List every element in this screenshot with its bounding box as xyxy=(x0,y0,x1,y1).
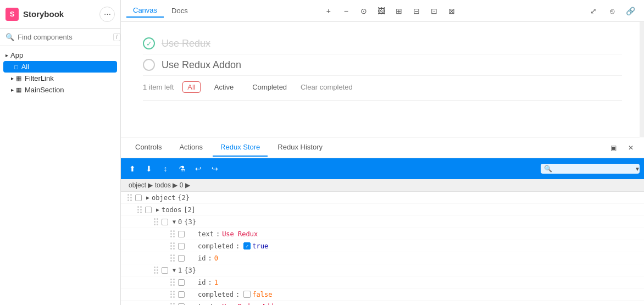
tree-key: text xyxy=(189,230,214,238)
addon-tab-actions: ▣ ✕ xyxy=(607,141,637,154)
zoom-in-button[interactable]: + xyxy=(321,3,336,19)
undo-button[interactable]: ↩ xyxy=(191,162,206,176)
tab-redux-store[interactable]: Redux Store xyxy=(213,138,268,157)
chevron-icon: ▸ xyxy=(5,52,8,58)
items-left-label: 1 item left xyxy=(143,83,174,91)
tree-row-1: ▼ 1 {3} xyxy=(121,264,644,276)
copy-link-button[interactable]: 🔗 xyxy=(623,3,639,19)
tree-content: ▶ object {2} ▶ todos [2] xyxy=(121,192,644,305)
grid1-button[interactable]: ⊞ xyxy=(391,3,407,19)
tree-value-bool: true xyxy=(252,242,268,250)
tree-row-checkbox[interactable] xyxy=(178,243,185,249)
canvas-scrollbar[interactable] xyxy=(640,22,644,137)
fullscreen-button[interactable]: ⤢ xyxy=(586,3,601,19)
grid2-button[interactable]: ⊟ xyxy=(409,3,424,19)
drag-handle xyxy=(170,303,175,305)
main-toolbar: Canvas Docs + − ⊙ 🖼 ⊞ ⊟ ⊡ ⊠ ⤢ ⎋ 🔗 xyxy=(121,0,644,22)
todo-footer: 1 item left All Active Completed Clear c… xyxy=(143,76,622,98)
toolbar-right: ⤢ ⎋ 🔗 xyxy=(586,3,639,19)
filter-button[interactable]: ⚗ xyxy=(175,162,189,176)
todo-text-use-redux-addon: Use Redux Addon xyxy=(162,59,241,71)
redux-store-panel: ⬆ ⬇ ↕ ⚗ ↩ ↪ 🔍 ▼ object ▶ todos ▶ 0 ▶ xyxy=(121,158,644,305)
tree-colon: : xyxy=(208,279,212,286)
search-dropdown-icon[interactable]: ▼ xyxy=(635,166,640,172)
tree-colon: : xyxy=(208,254,212,262)
sidebar-item-filterlink[interactable]: ▸ ▦ FilterLink xyxy=(0,73,120,84)
redux-search-bar: 🔍 ▼ xyxy=(541,164,640,174)
tree-row-completed-0: completed : ✓ true xyxy=(121,240,644,252)
tab-redux-history[interactable]: Redux History xyxy=(270,138,330,157)
breadcrumb: object ▶ todos ▶ 0 ▶ xyxy=(121,179,644,192)
tree-row-text-use-redux-addon: text : Use Redux Addon xyxy=(121,301,644,305)
tree-row-checkbox[interactable] xyxy=(178,291,185,298)
sidebar-item-label: All xyxy=(21,63,29,71)
tab-controls[interactable]: Controls xyxy=(127,138,169,157)
redux-search-input[interactable] xyxy=(552,165,635,173)
tree-row-checkbox[interactable] xyxy=(178,231,185,237)
sidebar-item-app[interactable]: ▸ App xyxy=(0,49,120,61)
tree-row-todos: ▶ todos [2] xyxy=(121,204,644,216)
sidebar-item-mainsection[interactable]: ▸ ▦ MainSection xyxy=(0,84,120,96)
tree-key: id xyxy=(189,279,206,286)
background-button[interactable]: 🖼 xyxy=(374,3,389,19)
bool-checkbox-checked: ✓ xyxy=(243,242,251,249)
expand-icon[interactable]: ▼ xyxy=(173,219,176,225)
toolbar-icons: + − ⊙ 🖼 ⊞ ⊟ ⊡ ⊠ xyxy=(321,3,459,19)
clear-completed-button[interactable]: Clear completed xyxy=(301,83,353,91)
sidebar-menu-button[interactable]: ⋯ xyxy=(99,7,115,22)
drag-handle xyxy=(154,267,158,274)
close-panel-button[interactable]: ✕ xyxy=(624,141,637,154)
sidebar-title: Storybook xyxy=(23,9,64,19)
sort-button[interactable]: ↕ xyxy=(158,162,173,176)
logo-area: S Storybook xyxy=(5,8,64,21)
tree-row-checkbox[interactable] xyxy=(162,267,168,274)
expand-all-button[interactable]: ⬇ xyxy=(142,162,156,176)
tree-colon: : xyxy=(236,291,240,298)
search-input[interactable] xyxy=(18,33,110,41)
split-view-button[interactable]: ▣ xyxy=(607,141,620,154)
addon-panel-tabs: Controls Actions Redux Store Redux Histo… xyxy=(121,137,644,158)
sidebar-item-label: MainSection xyxy=(25,86,64,94)
redo-button[interactable]: ↪ xyxy=(208,162,222,176)
chevron-icon: ▸ xyxy=(11,87,14,93)
collapse-all-button[interactable]: ⬆ xyxy=(125,162,140,176)
open-new-button[interactable]: ⎋ xyxy=(604,3,620,19)
logo-icon: S xyxy=(5,8,19,21)
search-shortcut: / xyxy=(113,33,120,41)
tree-row-id-1: id : 1 xyxy=(121,276,644,289)
canvas-content: ✓ Use Redux Use Redux Addon 1 item left … xyxy=(121,22,644,137)
expand-icon[interactable]: ▶ xyxy=(146,195,149,201)
search-bar: 🔍 / xyxy=(0,29,120,46)
filter-active-button[interactable]: Active xyxy=(209,81,238,93)
tree-value-number: 0 xyxy=(214,254,218,262)
zoom-out-button[interactable]: − xyxy=(338,3,354,19)
sidebar-item-all[interactable]: □ All xyxy=(3,61,117,73)
grid3-button[interactable]: ⊡ xyxy=(426,3,442,19)
filter-completed-button[interactable]: Completed xyxy=(247,81,292,93)
tree-row-checkbox[interactable] xyxy=(135,195,142,201)
sidebar-item-label: FilterLink xyxy=(25,74,54,82)
sidebar: S Storybook ⋯ 🔍 / ▸ App □ All ▸ ▦ Filter… xyxy=(0,0,121,305)
tree-bracket: [2] xyxy=(184,206,196,214)
tab-actions[interactable]: Actions xyxy=(171,138,210,157)
grid4-button[interactable]: ⊠ xyxy=(444,3,459,19)
tree-row-checkbox[interactable] xyxy=(178,303,185,306)
tree-row-checkbox[interactable] xyxy=(178,279,185,286)
expand-icon[interactable]: ▼ xyxy=(173,267,176,273)
todo-checkbox-done[interactable]: ✓ xyxy=(143,37,155,49)
search-icon: 🔍 xyxy=(544,165,552,173)
drag-handle xyxy=(170,291,175,298)
tree-value-string: Use Redux xyxy=(222,230,258,238)
tree-row-id-0: id : 0 xyxy=(121,252,644,264)
tree-row-checkbox[interactable] xyxy=(145,207,152,213)
component-icon: □ xyxy=(14,64,18,70)
tab-canvas[interactable]: Canvas xyxy=(126,4,164,18)
tree-row-checkbox[interactable] xyxy=(178,255,185,262)
tab-docs[interactable]: Docs xyxy=(165,4,195,17)
zoom-reset-button[interactable]: ⊙ xyxy=(356,3,371,19)
tree-row-checkbox[interactable] xyxy=(162,219,168,225)
todo-checkbox-empty[interactable] xyxy=(143,59,155,71)
expand-icon[interactable]: ▶ xyxy=(156,207,159,213)
filter-all-button[interactable]: All xyxy=(182,81,200,93)
tree-row-object: ▶ object {2} xyxy=(121,192,644,204)
